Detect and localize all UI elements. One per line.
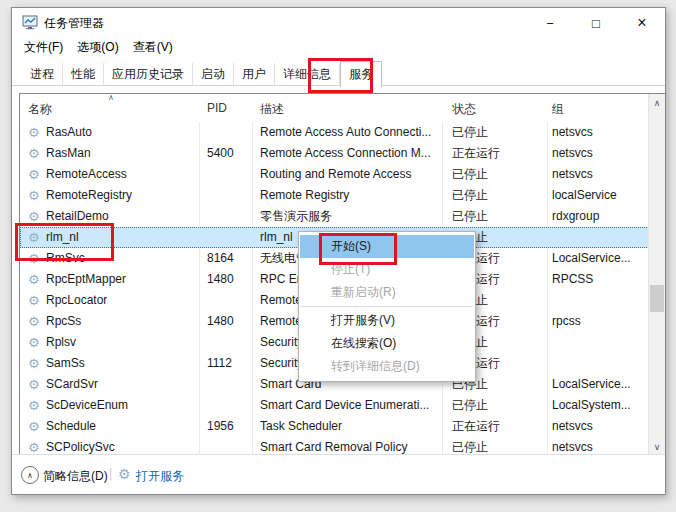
service-status: 已停止 <box>452 122 547 143</box>
window-controls: − □ × <box>527 8 665 38</box>
title-bar: 任务管理器 − □ × <box>12 8 665 36</box>
service-group: netsvcs <box>552 164 648 185</box>
tab-启动[interactable]: 启动 <box>193 63 234 86</box>
column-header-1[interactable]: PID <box>207 101 227 115</box>
table-row[interactable]: ⚙RemoteRegistryRemote Registry已停止localSe… <box>20 185 649 206</box>
service-name-cell: ⚙ScDeviceEnum <box>24 395 198 416</box>
service-desc: Routing and Remote Access <box>260 164 441 185</box>
service-desc: Remote Access Auto Connecti... <box>260 122 441 143</box>
service-pid <box>207 374 253 395</box>
service-group: netsvcs <box>552 143 648 164</box>
scroll-up-icon[interactable]: ∧ <box>649 94 665 111</box>
service-pid: 8164 <box>207 248 253 269</box>
table-row[interactable]: ⚙RasMan5400Remote Access Connection M...… <box>20 143 649 164</box>
service-gear-icon: ⚙ <box>28 395 44 416</box>
service-status: 正在运行 <box>452 143 547 164</box>
scrollbar-thumb[interactable] <box>650 285 664 312</box>
tab-用户[interactable]: 用户 <box>234 63 275 86</box>
service-name: RemoteRegistry <box>46 185 132 206</box>
service-group: netsvcs <box>552 437 648 455</box>
sort-ascending-icon: ∧ <box>108 93 114 102</box>
collapse-chevron-icon[interactable]: ∧ <box>21 466 39 484</box>
vertical-scrollbar[interactable]: ∧ ∨ <box>648 94 665 455</box>
service-name-cell: ⚙rlm_nl <box>24 227 198 248</box>
table-row[interactable]: ⚙Schedule1956Task Scheduler正在运行netsvcs <box>20 416 649 437</box>
services-gear-icon: ⚙ <box>118 466 131 482</box>
service-status: 已停止 <box>452 206 547 227</box>
context-menu-item-打开服务(V)[interactable]: 打开服务(V) <box>300 309 474 332</box>
service-group: localService <box>552 185 648 206</box>
tab-进程[interactable]: 进程 <box>22 63 63 86</box>
service-name: RpcLocator <box>46 290 107 311</box>
service-name: RpcSs <box>46 311 81 332</box>
minimize-button[interactable]: − <box>527 8 573 38</box>
screenshot-root: 任务管理器 − □ × 文件(F)选项(O)查看(V) 进程性能应用历史记录启动… <box>0 0 676 512</box>
service-name: SCPolicySvc <box>46 437 115 455</box>
service-name: Rplsv <box>46 332 76 353</box>
table-header: ∧ 名称PID描述状态组 <box>20 94 649 122</box>
service-gear-icon: ⚙ <box>28 248 44 269</box>
service-name: SCardSvr <box>46 374 98 395</box>
service-gear-icon: ⚙ <box>28 269 44 290</box>
service-name-cell: ⚙RemoteRegistry <box>24 185 198 206</box>
service-name: RmSvc <box>46 248 85 269</box>
scroll-down-icon[interactable]: ∨ <box>649 438 665 455</box>
service-group: rdxgroup <box>552 206 648 227</box>
context-menu-item-在线搜索(O)[interactable]: 在线搜索(O) <box>300 332 474 355</box>
service-name: SamSs <box>46 353 85 374</box>
table-row[interactable]: ⚙RetailDemo零售演示服务已停止rdxgroup <box>20 206 649 227</box>
service-desc: Smart Card Device Enumerati... <box>260 395 441 416</box>
tabs: 进程性能应用历史记录启动用户详细信息服务 <box>22 61 382 86</box>
column-header-0[interactable]: 名称 <box>28 101 52 118</box>
column-header-2[interactable]: 描述 <box>260 101 284 118</box>
service-name-cell: ⚙RasMan <box>24 143 198 164</box>
service-pid <box>207 395 253 416</box>
service-group <box>552 290 648 311</box>
service-group <box>552 227 648 248</box>
table-row[interactable]: ⚙RemoteAccessRouting and Remote Access已停… <box>20 164 649 185</box>
menu-item-选项(O)[interactable]: 选项(O) <box>70 37 125 58</box>
maximize-button[interactable]: □ <box>573 8 619 38</box>
service-group: netsvcs <box>552 122 648 143</box>
service-desc: Remote Registry <box>260 185 441 206</box>
tab-服务[interactable]: 服务 <box>340 61 382 87</box>
context-menu: 开始(S)停止(T)重新启动(R)打开服务(V)在线搜索(O)转到详细信息(D) <box>298 231 476 382</box>
service-group: netsvcs <box>552 416 648 437</box>
tab-strip: 进程性能应用历史记录启动用户详细信息服务 <box>12 58 665 86</box>
service-name: RetailDemo <box>46 206 109 227</box>
service-status: 已停止 <box>452 437 547 455</box>
service-pid <box>207 122 253 143</box>
context-menu-item-重新启动(R): 重新启动(R) <box>300 281 474 304</box>
service-desc: Task Scheduler <box>260 416 441 437</box>
fewer-details-toggle[interactable]: 简略信息(D) <box>43 468 108 485</box>
tab-性能[interactable]: 性能 <box>63 63 104 86</box>
open-services-link[interactable]: 打开服务 <box>136 468 184 485</box>
tab-应用历史记录[interactable]: 应用历史记录 <box>104 63 193 86</box>
service-gear-icon: ⚙ <box>28 143 44 164</box>
menu-item-文件(F)[interactable]: 文件(F) <box>17 37 70 58</box>
table-row[interactable]: ⚙ScDeviceEnumSmart Card Device Enumerati… <box>20 395 649 416</box>
close-button[interactable]: × <box>619 8 665 38</box>
table-row[interactable]: ⚙SCPolicySvcSmart Card Removal Policy已停止… <box>20 437 649 455</box>
service-gear-icon: ⚙ <box>28 311 44 332</box>
service-desc: Smart Card Removal Policy <box>260 437 441 455</box>
status-bar-divider: | <box>109 466 112 480</box>
service-name-cell: ⚙RemoteAccess <box>24 164 198 185</box>
menu-item-查看(V)[interactable]: 查看(V) <box>126 37 180 58</box>
service-gear-icon: ⚙ <box>28 353 44 374</box>
service-group <box>552 353 648 374</box>
table-row[interactable]: ⚙RasAutoRemote Access Auto Connecti...已停… <box>20 122 649 143</box>
service-name-cell: ⚙Schedule <box>24 416 198 437</box>
tab-详细信息[interactable]: 详细信息 <box>275 63 340 86</box>
service-gear-icon: ⚙ <box>28 164 44 185</box>
column-header-4[interactable]: 组 <box>552 101 564 118</box>
service-name-cell: ⚙RasAuto <box>24 122 198 143</box>
service-status: 已停止 <box>452 185 547 206</box>
service-pid <box>207 332 253 353</box>
context-menu-item-开始(S)[interactable]: 开始(S) <box>300 235 474 258</box>
service-pid: 1956 <box>207 416 253 437</box>
service-status: 已停止 <box>452 164 547 185</box>
column-header-3[interactable]: 状态 <box>452 101 476 118</box>
service-group: LocalSystem... <box>552 395 648 416</box>
service-group: LocalService... <box>552 374 648 395</box>
